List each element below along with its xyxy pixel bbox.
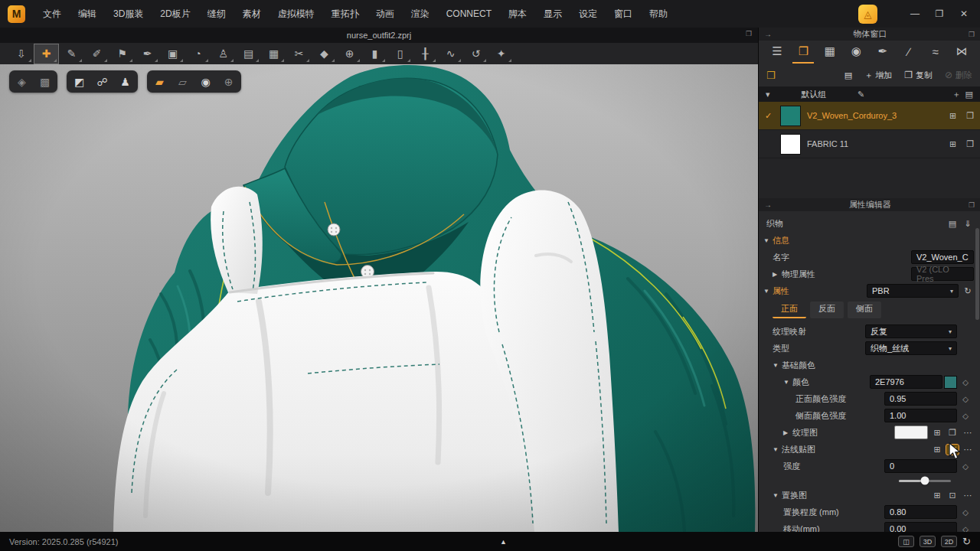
keyframe-icon[interactable]: ◇ [957, 462, 974, 471]
open-preset-icon[interactable]: ▤ [946, 219, 959, 229]
tab-trim-icon[interactable]: ⋈ [951, 41, 972, 64]
type-dropdown[interactable]: 织物_丝绒 ▾ [865, 341, 957, 355]
menu-2d-pattern[interactable]: 2D板片 [152, 0, 198, 28]
menu-render[interactable]: 渲染 [403, 0, 438, 28]
tab-puckering-icon[interactable]: ≈ [925, 41, 946, 64]
dots-icon[interactable]: ⊡ [946, 491, 959, 500]
texture-thumbnail[interactable] [894, 425, 928, 439]
tab-back[interactable]: 反面 [810, 302, 844, 318]
menu-material[interactable]: 素材 [234, 0, 270, 28]
menu-display[interactable]: 显示 [535, 0, 570, 28]
steamer-icon[interactable]: ◔ [186, 44, 210, 64]
close-button[interactable]: ✕ [954, 4, 974, 24]
info-section-row[interactable]: ▼ 信息 [763, 232, 974, 249]
collapse-arrow-icon[interactable]: ▼ [773, 362, 782, 369]
needle-icon[interactable]: ✒ [136, 44, 159, 64]
clone-icon[interactable]: ❒ [966, 139, 974, 149]
base-color-section-row[interactable]: ▼ 基础颜色 [763, 357, 974, 373]
more-icon[interactable]: ⋯ [962, 491, 974, 500]
show-garment-icon[interactable]: ◩ [69, 72, 90, 91]
more-icon[interactable]: ⋯ [962, 428, 974, 438]
avatar-tool-icon[interactable]: ♙ [211, 44, 235, 64]
tab-fabric-icon[interactable]: ❒ [792, 41, 814, 64]
name-input[interactable]: V2_Woven_C [911, 250, 974, 264]
add-fabric-button[interactable]: ＋ 增加 [864, 70, 892, 81]
page-icon[interactable]: ❐ [946, 428, 959, 438]
menu-settings[interactable]: 设定 [570, 0, 606, 28]
show-pin-icon[interactable]: ☍ [92, 72, 113, 91]
simulate-icon[interactable]: ⇩ [9, 44, 33, 64]
show-3d-pattern-icon[interactable]: ◈ [11, 72, 32, 91]
physical-property-row[interactable]: ▶ 物理属性 V2 (CLO Pres [763, 266, 974, 282]
panel-b-icon[interactable]: ╂ [413, 44, 437, 64]
expand-arrow-icon[interactable]: ▶ [783, 429, 792, 436]
tile-icon[interactable]: ⊞ [931, 445, 943, 455]
keyframe-icon[interactable]: ◇ [957, 412, 974, 420]
normal-map-image-icon[interactable]: ▣ [946, 445, 959, 455]
button-tool-icon[interactable]: ⊕ [338, 44, 361, 64]
texture-mapping-dropdown[interactable]: 反复 ▾ [865, 324, 957, 338]
pin-icon[interactable]: ⚑ [110, 44, 134, 64]
walk-icon[interactable]: ✦ [489, 44, 513, 64]
collapse-arrow-icon[interactable]: ▼ [763, 237, 773, 244]
keyframe-icon[interactable]: ◇ [957, 508, 974, 517]
viewport-3d[interactable]: ◈ ▩ ◩ ☍ ♟ ▰ ▱ ◉ ⊕ [0, 64, 758, 532]
pen-icon[interactable]: ✐ [85, 44, 109, 64]
keyframe-icon[interactable]: ◇ [957, 525, 974, 533]
fabric-row-selected[interactable]: ✓ V2_Woven_Corduroy_3 ⊞ ❒ [759, 102, 980, 130]
offset-input[interactable]: 0.00 [884, 522, 957, 532]
refresh-icon[interactable]: ↻ [962, 286, 974, 296]
tab-topstitch-icon[interactable]: ∕ [898, 41, 920, 64]
group-folder-icon[interactable]: ▤ [965, 90, 973, 99]
more-icon[interactable]: ⋯ [962, 445, 974, 455]
split-view-button[interactable]: ◫ [898, 536, 914, 547]
plain-surface-icon[interactable]: ▱ [172, 72, 193, 91]
menu-help[interactable]: 帮助 [641, 0, 676, 28]
front-intensity-input[interactable]: 0.95 [884, 392, 957, 406]
save-preset-icon[interactable]: ⇓ [962, 219, 974, 229]
menu-script[interactable]: 脚本 [500, 0, 535, 28]
import-fabric-icon[interactable]: ▤ [844, 70, 852, 80]
tab-buttonhole-icon[interactable]: ✒ [872, 41, 893, 64]
restore-button[interactable]: ❐ [929, 4, 949, 24]
delete-fabric-button[interactable]: ⊘ 删除 [945, 70, 972, 81]
scrollbar-thumb[interactable] [975, 228, 979, 320]
fabric-swatch[interactable] [780, 134, 801, 155]
garment-icon[interactable]: ▣ [161, 44, 185, 64]
avatar-texture-icon[interactable]: ◉ [195, 72, 216, 91]
copy-fabric-button[interactable]: ❐ 复制 [904, 70, 933, 81]
sewing-machine-icon[interactable]: ▤ [237, 44, 260, 64]
gem-tool-icon[interactable]: ◆ [312, 44, 336, 64]
panel-a-icon[interactable]: ▯ [388, 44, 412, 64]
viewport-undock-icon[interactable]: ❐ [746, 30, 752, 37]
slider-handle[interactable] [921, 477, 929, 485]
brush-icon[interactable]: ✎ [60, 44, 83, 64]
tab-front[interactable]: 正面 [773, 302, 806, 318]
pleat-icon[interactable]: ∿ [439, 44, 462, 64]
view-2d-button[interactable]: 2D [941, 536, 957, 547]
menu-3d-garment[interactable]: 3D服装 [105, 0, 152, 28]
undock-icon[interactable]: ❐ [969, 31, 975, 38]
tab-button-icon[interactable]: ◉ [845, 41, 867, 64]
menu-file[interactable]: 文件 [34, 0, 70, 28]
undock-icon[interactable]: ❐ [969, 201, 975, 209]
grid-tool-icon[interactable]: ▦ [262, 44, 286, 64]
sync-icon[interactable]: ↻ [962, 536, 971, 547]
garment-3d-view[interactable] [0, 64, 758, 532]
select-move-icon[interactable]: ✚ [34, 44, 58, 64]
strength-slider[interactable] [899, 480, 951, 482]
collapse-panel-icon[interactable]: → [764, 30, 772, 38]
clo-set-icon[interactable]: ◬ [858, 5, 877, 24]
menu-edit[interactable]: 编辑 [70, 0, 105, 28]
menu-retopology[interactable]: 重拓扑 [323, 0, 368, 28]
group-collapse-icon[interactable]: ▾ [766, 90, 770, 99]
fabric-row[interactable]: FABRIC 11 ⊞ ❒ [759, 130, 980, 158]
curve-icon[interactable]: ↺ [464, 44, 488, 64]
add-group-icon[interactable]: ＋ [952, 89, 961, 100]
collapse-arrow-icon[interactable]: ▼ [773, 446, 782, 453]
side-intensity-input[interactable]: 1.00 [884, 409, 957, 422]
project-tab[interactable]: nurse_outfit2.zprj [0, 28, 758, 43]
collapse-arrow-icon[interactable]: ▼ [763, 288, 773, 295]
displacement-amount-input[interactable]: 0.80 [884, 505, 957, 519]
arrange-icon[interactable]: ⊞ [949, 111, 956, 121]
